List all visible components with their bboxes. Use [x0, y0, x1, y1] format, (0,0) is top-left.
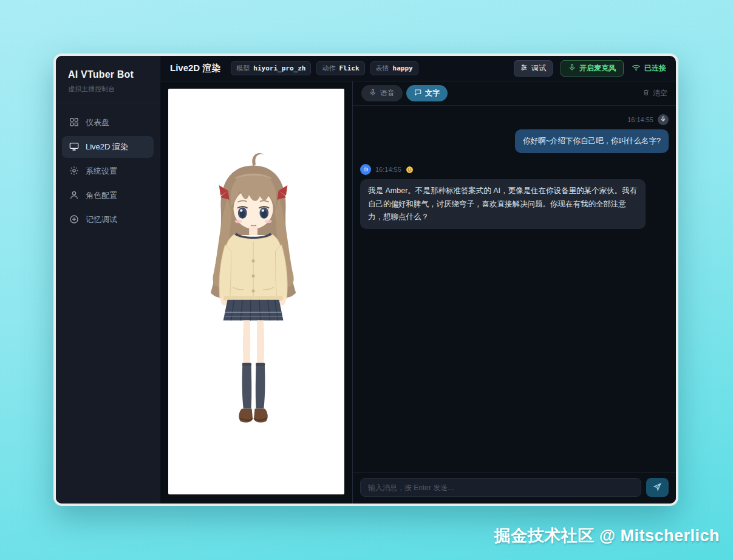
model-badge: 模型 hiyori_pro_zh — [231, 61, 311, 75]
tab-voice-label: 语音 — [380, 88, 395, 98]
main-panel: Live2D 渲染 模型 hiyori_pro_zh 动作 Flick 表情 h… — [160, 56, 676, 504]
user-avatar — [658, 114, 669, 125]
tab-voice[interactable]: 语音 — [361, 85, 403, 101]
header: Live2D 渲染 模型 hiyori_pro_zh 动作 Flick 表情 h… — [160, 56, 676, 81]
chat-bubble-icon — [414, 89, 421, 98]
live2d-stage — [160, 81, 353, 504]
chat-input-bar — [353, 473, 676, 504]
sliders-icon — [520, 64, 528, 73]
message-bubble: 你好啊~介绍下你自己吧，你叫什么名字? — [515, 129, 669, 153]
user-icon — [69, 190, 79, 202]
app-subtitle: 虚拟主播控制台 — [68, 84, 148, 94]
message-time: 16:14:55 — [627, 116, 653, 123]
mic-icon — [369, 89, 377, 98]
page-title: Live2D 渲染 — [170, 63, 220, 74]
user-message: 16:14:55 你好啊~介绍下你自己吧，你叫什么名字? — [360, 114, 669, 153]
mic-icon — [568, 64, 576, 73]
message-bubble: 我是 Amber。不是那种标准答案式的 AI，更像是住在你设备里的某个家伙。我有… — [360, 179, 646, 229]
sidebar-menu: 仪表盘 Live2D 渲染 系统设置 角色配置 — [56, 103, 160, 242]
motion-badge: 动作 Flick — [316, 61, 364, 75]
robot-icon — [363, 166, 369, 174]
gear-icon — [69, 166, 79, 177]
mic-icon — [660, 116, 666, 123]
message-meta: 16:14:55 — [360, 164, 414, 175]
message-list[interactable]: 16:14:55 你好啊~介绍下你自己吧，你叫什么名字? — [353, 106, 676, 473]
message-input[interactable] — [360, 478, 641, 497]
clear-chat-label: 清空 — [653, 88, 667, 98]
badge-label: 动作 — [322, 64, 335, 73]
debug-button[interactable]: 调试 — [514, 60, 553, 77]
sidebar: AI VTuber Bot 虚拟主播控制台 仪表盘 Live2D 渲染 系统 — [56, 56, 160, 504]
sidebar-item-label: 仪表盘 — [86, 117, 109, 128]
sidebar-item-memory-debug[interactable]: 记忆调试 — [62, 209, 154, 231]
chat-panel: 语音 文字 清空 — [353, 81, 676, 504]
bot-avatar — [360, 164, 371, 175]
sidebar-item-character[interactable]: 角色配置 — [62, 185, 154, 207]
sidebar-item-live2d[interactable]: Live2D 渲染 — [62, 136, 154, 158]
header-actions: 调试 开启麦克风 已连接 — [514, 60, 666, 77]
sidebar-item-label: 系统设置 — [86, 166, 117, 177]
sidebar-item-settings[interactable]: 系统设置 — [62, 160, 154, 182]
badge-value: happy — [393, 64, 413, 72]
content-row: 语音 文字 清空 — [160, 81, 676, 504]
sidebar-item-label: Live2D 渲染 — [86, 142, 128, 152]
sidebar-item-dashboard[interactable]: 仪表盘 — [62, 112, 154, 134]
paper-plane-icon — [653, 482, 662, 493]
circle-plus-icon — [69, 214, 79, 226]
trash-icon — [643, 89, 650, 98]
connection-status: 已连接 — [632, 63, 666, 74]
message-meta: 16:14:55 — [627, 114, 669, 125]
live2d-character — [168, 89, 344, 494]
bot-message: 16:14:55 我是 Amber。不是那种标准答案式的 AI，更像是住在你设备… — [360, 164, 669, 229]
tab-text[interactable]: 文字 — [406, 85, 448, 101]
enable-mic-button[interactable]: 开启麦克风 — [561, 60, 624, 77]
chat-toolbar: 语音 文字 清空 — [353, 81, 676, 106]
expression-badge: 表情 happy — [370, 61, 418, 75]
badge-value: Flick — [339, 64, 359, 72]
app-window: AI VTuber Bot 虚拟主播控制台 仪表盘 Live2D 渲染 系统 — [53, 53, 678, 506]
send-button[interactable] — [646, 478, 669, 497]
debug-button-label: 调试 — [531, 63, 546, 73]
grinning-face-icon — [406, 166, 414, 174]
live2d-canvas[interactable] — [168, 89, 344, 494]
badge-label: 表情 — [376, 64, 389, 73]
dashboard-icon — [69, 117, 79, 129]
sidebar-item-label: 记忆调试 — [86, 214, 117, 225]
badge-value: hiyori_pro_zh — [253, 64, 305, 72]
wifi-icon — [632, 63, 641, 74]
badge-label: 模型 — [236, 64, 250, 73]
connection-status-label: 已连接 — [644, 63, 666, 73]
monitor-icon — [69, 142, 79, 153]
tab-text-label: 文字 — [425, 88, 440, 98]
sidebar-header: AI VTuber Bot 虚拟主播控制台 — [56, 56, 160, 103]
watermark: 掘金技术社区 @ Mitscherlich — [494, 525, 720, 547]
app-title: AI VTuber Bot — [68, 69, 148, 80]
sidebar-item-label: 角色配置 — [86, 190, 117, 201]
message-time: 16:14:55 — [375, 166, 401, 173]
clear-chat-button[interactable]: 清空 — [643, 88, 667, 98]
enable-mic-button-label: 开启麦克风 — [579, 63, 616, 73]
